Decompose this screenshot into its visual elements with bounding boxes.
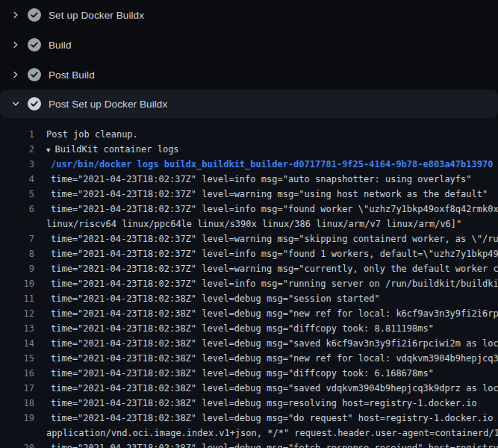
log-row: 5time="2021-04-23T18:02:37Z" level=warni… [0, 187, 498, 202]
log-row: linux/riscv64 linux/ppc64le linux/s390x … [0, 217, 498, 231]
line-number[interactable]: 8 [0, 246, 34, 261]
line-number[interactable]: 11 [0, 291, 34, 306]
line-number[interactable]: 19 [0, 411, 34, 426]
line-number[interactable]: 13 [0, 321, 34, 336]
log-container: 1Post job cleanup.2▼BuildKit container l… [0, 118, 498, 448]
line-number[interactable]: 5 [0, 187, 34, 202]
group-title: BuildKit container logs [55, 144, 178, 155]
log-row: 14time="2021-04-23T18:02:38Z" level=debu… [0, 336, 498, 351]
log-text: time="2021-04-23T18:02:38Z" level=debug … [51, 366, 434, 381]
chevron-right-icon [10, 9, 22, 21]
log-text: time="2021-04-23T18:02:38Z" level=debug … [51, 306, 498, 321]
line-number[interactable]: 14 [0, 336, 34, 351]
check-circle-icon [28, 8, 41, 22]
log-row: 11time="2021-04-23T18:02:38Z" level=debu… [0, 291, 498, 306]
line-number[interactable]: 20 [0, 441, 34, 448]
log-text: time="2021-04-23T18:02:38Z" level=debug … [51, 336, 498, 351]
log-rows: 1Post job cleanup.2▼BuildKit container l… [0, 127, 498, 448]
workflow-steps-list: Set up Docker Buildx Build Post Build Po… [0, 0, 498, 118]
line-number[interactable]: 7 [0, 231, 34, 246]
check-circle-icon [28, 38, 41, 52]
log-row: application/vnd.oci.image.index.v1+json,… [0, 426, 498, 441]
log-text: time="2021-04-23T18:02:37Z" level=info m… [51, 202, 498, 217]
log-row: 18time="2021-04-23T18:02:38Z" level=debu… [0, 396, 498, 411]
step-header-build[interactable]: Build [0, 30, 498, 60]
chevron-right-icon [10, 39, 22, 51]
step-header-setup-docker-buildx[interactable]: Set up Docker Buildx [0, 0, 498, 30]
check-circle-icon [28, 97, 41, 111]
log-text: time="2021-04-23T18:02:37Z" level=info m… [51, 246, 498, 261]
log-row: 17time="2021-04-23T18:02:38Z" level=debu… [0, 381, 498, 396]
line-number[interactable]: 16 [0, 366, 34, 381]
line-number[interactable]: 4 [0, 172, 34, 187]
log-row: 6time="2021-04-23T18:02:37Z" level=info … [0, 202, 498, 217]
log-row: 10time="2021-04-23T18:02:37Z" level=info… [0, 276, 498, 291]
log-text: time="2021-04-23T18:02:37Z" level=warnin… [51, 231, 498, 246]
line-number [0, 217, 34, 231]
group-toggle-icon[interactable]: ▼ [46, 146, 50, 154]
log-text: time="2021-04-23T18:02:37Z" level=info m… [51, 172, 472, 187]
log-row: 3/usr/bin/docker logs buildx_buildkit_bu… [0, 157, 498, 172]
log-text: time="2021-04-23T18:02:37Z" level=warnin… [51, 261, 498, 276]
line-number[interactable]: 6 [0, 202, 34, 217]
log-row: 7time="2021-04-23T18:02:37Z" level=warni… [0, 231, 498, 246]
log-text: linux/riscv64 linux/ppc64le linux/s390x … [46, 217, 461, 231]
log-row: 1Post job cleanup. [0, 127, 498, 142]
line-number [0, 426, 34, 441]
log-row: 15time="2021-04-23T18:02:38Z" level=debu… [0, 351, 498, 366]
step-label: Set up Docker Buildx [49, 10, 144, 21]
log-text: time="2021-04-23T18:02:38Z" level=debug … [51, 291, 380, 306]
log-text: time="2021-04-23T18:02:37Z" level=warnin… [51, 187, 488, 202]
step-label: Post Set up Docker Buildx [49, 99, 167, 110]
line-number[interactable]: 10 [0, 276, 34, 291]
log-command-text: /usr/bin/docker logs buildx_buildkit_bui… [51, 157, 493, 172]
log-row: 19time="2021-04-23T18:02:38Z" level=debu… [0, 411, 498, 426]
log-text: time="2021-04-23T18:02:38Z" level=debug … [51, 441, 498, 448]
line-number[interactable]: 18 [0, 396, 34, 411]
log-text[interactable]: ▼BuildKit container logs [46, 142, 179, 157]
line-number[interactable]: 3 [0, 157, 34, 172]
log-row: 12time="2021-04-23T18:02:38Z" level=debu… [0, 306, 498, 321]
chevron-down-icon [10, 98, 22, 110]
log-text: time="2021-04-23T18:02:38Z" level=debug … [51, 396, 477, 411]
step-label: Post Build [49, 69, 95, 81]
line-number[interactable]: 2 [0, 142, 34, 157]
log-text: time="2021-04-23T18:02:38Z" level=debug … [51, 351, 498, 366]
line-number[interactable]: 9 [0, 261, 34, 276]
log-row: 8time="2021-04-23T18:02:37Z" level=info … [0, 246, 498, 261]
log-row: 4time="2021-04-23T18:02:37Z" level=info … [0, 172, 498, 187]
line-number[interactable]: 17 [0, 381, 34, 396]
log-text: time="2021-04-23T18:02:38Z" level=debug … [51, 321, 434, 336]
line-number[interactable]: 15 [0, 351, 34, 366]
log-text: application/vnd.oci.image.index.v1+json,… [46, 426, 498, 441]
line-number[interactable]: 1 [0, 127, 34, 142]
log-row: 9time="2021-04-23T18:02:37Z" level=warni… [0, 261, 498, 276]
log-row: 16time="2021-04-23T18:02:38Z" level=debu… [0, 366, 498, 381]
chevron-right-icon [10, 69, 22, 81]
step-header-post-build[interactable]: Post Build [0, 60, 498, 90]
log-text: time="2021-04-23T18:02:37Z" level=info m… [51, 276, 498, 291]
line-number[interactable]: 12 [0, 306, 34, 321]
step-label: Build [49, 40, 72, 51]
log-text: Post job cleanup. [46, 127, 138, 142]
log-group-row: 2▼BuildKit container logs [0, 142, 498, 157]
log-text: time="2021-04-23T18:02:38Z" level=debug … [51, 411, 498, 426]
log-row: 20time="2021-04-23T18:02:38Z" level=debu… [0, 441, 498, 448]
check-circle-icon [28, 68, 41, 81]
step-header-post-setup-docker-buildx[interactable]: Post Set up Docker Buildx [0, 90, 498, 118]
log-row: 13time="2021-04-23T18:02:38Z" level=debu… [0, 321, 498, 336]
log-text: time="2021-04-23T18:02:38Z" level=debug … [51, 381, 498, 396]
